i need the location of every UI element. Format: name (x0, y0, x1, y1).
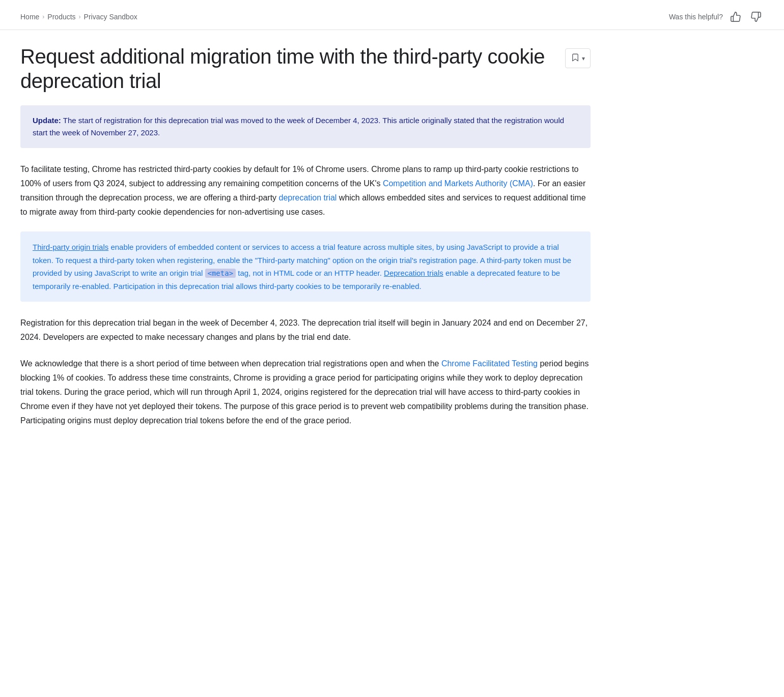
para3-part2: period begins blocking 1% of cookies. To… (20, 359, 589, 425)
breadcrumb-sep-2: › (79, 13, 81, 20)
helpful-section: Was this helpful? (669, 9, 764, 24)
breadcrumb-home[interactable]: Home (20, 13, 39, 21)
bookmark-icon (571, 53, 580, 64)
update-label: Update: (33, 116, 61, 125)
paragraph-1: To facilitate testing, Chrome has restri… (20, 162, 591, 219)
paragraph-2: Registration for this deprecation trial … (20, 316, 591, 344)
breadcrumb: Home › Products › Privacy Sandbox (20, 13, 137, 21)
thumbs-down-button[interactable] (748, 9, 764, 24)
meta-tag-code: <meta> (205, 269, 236, 278)
breadcrumb-current: Privacy Sandbox (84, 13, 137, 21)
thumbs-down-icon (750, 11, 762, 22)
para3-part1: We acknowledge that there is a short per… (20, 359, 441, 368)
info-box: Third-party origin trials enable provide… (20, 231, 591, 302)
deprecation-trials-link[interactable]: Deprecation trials (384, 269, 443, 277)
top-bar: Home › Products › Privacy Sandbox Was th… (0, 0, 784, 30)
breadcrumb-sep-1: › (42, 13, 44, 20)
bookmark-button[interactable]: ▾ (565, 48, 591, 68)
third-party-origin-trials-link[interactable]: Third-party origin trials (33, 243, 108, 251)
thumbs-up-button[interactable] (728, 9, 743, 24)
page-title-row: Request additional migration time with t… (20, 44, 591, 93)
update-text: The start of registration for this depre… (33, 116, 564, 137)
page-title: Request additional migration time with t… (20, 44, 557, 93)
thumbs-up-icon (730, 11, 741, 22)
info-part3: tag, not in HTML code or an HTTP header. (236, 269, 384, 277)
deprecation-trial-link[interactable]: deprecation trial (279, 193, 337, 202)
paragraph-3: We acknowledge that there is a short per… (20, 357, 591, 428)
main-content: Request additional migration time with t… (0, 30, 611, 460)
breadcrumb-products[interactable]: Products (47, 13, 75, 21)
helpful-label: Was this helpful? (669, 13, 723, 21)
chrome-facilitated-testing-link[interactable]: Chrome Facilitated Testing (441, 359, 538, 368)
update-box: Update: The start of registration for th… (20, 105, 591, 148)
bookmark-chevron-icon: ▾ (582, 55, 585, 62)
cma-link[interactable]: Competition and Markets Authority (CMA) (383, 179, 533, 188)
